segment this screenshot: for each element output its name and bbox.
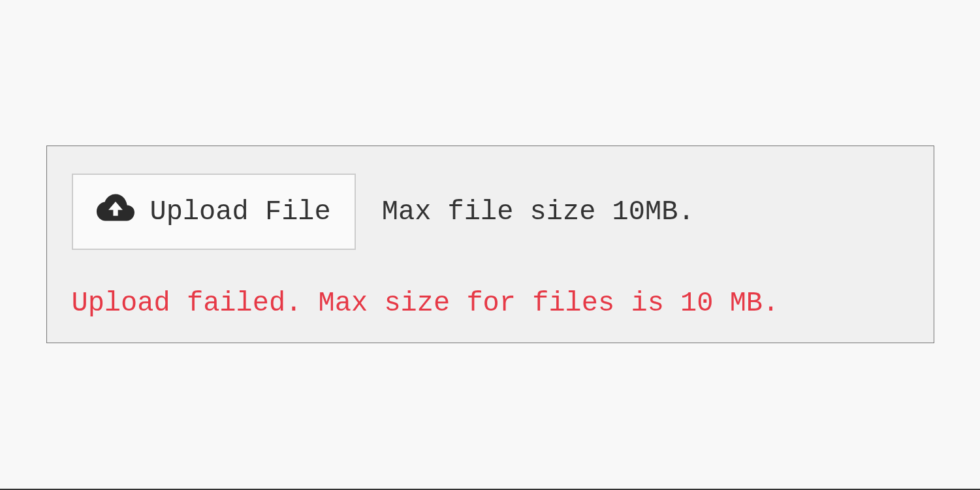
upload-row: Upload File Max file size 10MB. xyxy=(72,174,909,250)
upload-button-label: Upload File xyxy=(150,196,331,228)
upload-hint-text: Max file size 10MB. xyxy=(382,196,695,228)
upload-error-text: Upload failed. Max size for files is 10 … xyxy=(72,288,909,319)
upload-panel: Upload File Max file size 10MB. Upload f… xyxy=(46,145,934,343)
upload-file-button[interactable]: Upload File xyxy=(72,174,356,250)
cloud-upload-icon xyxy=(97,192,134,232)
